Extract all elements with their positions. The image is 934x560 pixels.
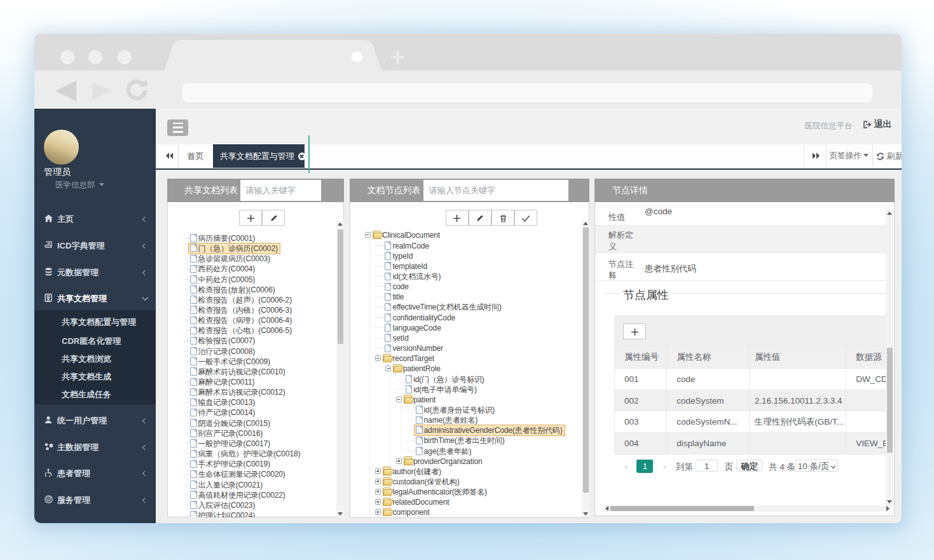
svg-text:@: @ xyxy=(46,496,51,502)
